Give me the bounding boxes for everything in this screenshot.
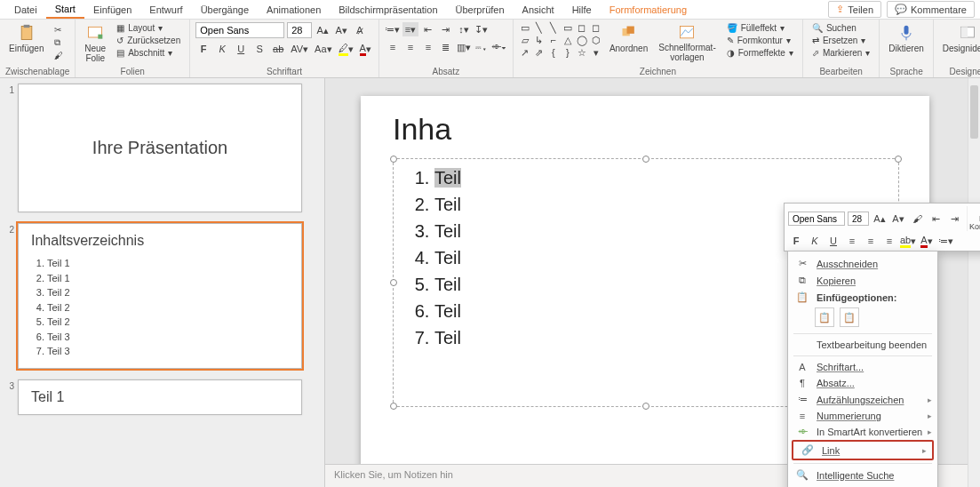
ctx-numbering[interactable]: ≡Nummerierung▸ [788,408,937,424]
dictate-button[interactable]: Diktieren [885,22,927,55]
text-direction-button[interactable]: ↧▾ [474,22,490,36]
share-button[interactable]: ⇪ Teilen [828,1,881,18]
decrease-font-button[interactable]: A▾ [333,23,349,37]
resize-handle[interactable] [390,279,397,286]
tab-start[interactable]: Start [46,1,84,19]
resize-handle[interactable] [642,403,649,410]
mini-underline[interactable]: U [825,234,841,248]
select-button[interactable]: ⬀Markieren ▾ [809,47,873,59]
justify-button[interactable]: ≣ [438,40,454,54]
tab-formformatierung[interactable]: Formformatierung [601,2,696,18]
tab-praesentation[interactable]: Bildschirmpräsentation [330,2,446,18]
resize-handle[interactable] [642,156,649,163]
resize-handle[interactable] [390,403,397,410]
resize-handle[interactable] [390,156,397,163]
font-name-select[interactable] [195,22,284,38]
paste-option-keep-source[interactable]: 📋 [815,307,834,327]
bold-button[interactable]: F [195,42,211,56]
mini-font-size[interactable] [848,212,869,226]
scrollbar-handle[interactable] [970,85,978,139]
section-button[interactable]: ▤Abschnitt ▾ [113,47,184,59]
slide-title-text[interactable]: Inha [393,112,451,147]
underline-button[interactable]: U [233,42,249,56]
ctx-copy[interactable]: ⧉Kopieren [788,272,937,289]
tab-datei[interactable]: Datei [5,2,46,18]
mini-font-name[interactable] [788,212,845,226]
spacing-button[interactable]: AV▾ [289,42,310,56]
comments-button[interactable]: 💬 Kommentare [887,1,975,18]
quick-styles-button[interactable]: Schnellformat- vorlagen [655,22,719,64]
design-ideas-button[interactable]: Designideen [939,22,980,55]
resize-handle[interactable] [895,156,902,163]
ctx-link[interactable]: 🔗Link▸ [793,442,932,459]
mini-align-right[interactable]: ≡ [881,234,897,248]
mini-align-left[interactable]: ≡ [844,234,860,248]
layout-button[interactable]: ▦Layout ▾ [113,22,184,34]
shadow-button[interactable]: S [251,42,267,56]
ctx-smartart[interactable]: ⬲In SmartArt konvertieren▸ [788,424,937,440]
numbering-button[interactable]: ≡▾ [402,22,418,36]
shape-outline-button[interactable]: ✎Formkontur ▾ [723,35,797,46]
paste-option-text-only[interactable]: 📋 [840,307,859,327]
ctx-synonyms[interactable]: Synonyme▸ [788,483,937,487]
font-color-button[interactable]: A▾ [358,42,373,56]
mini-align-center[interactable]: ≡ [863,234,879,248]
highlight-button[interactable]: 🖊▾ [337,42,355,56]
new-slide-button[interactable]: Neue Folie [81,22,109,65]
tab-ansicht[interactable]: Ansicht [514,2,563,18]
mini-bullets[interactable]: ≔▾ [937,234,953,248]
mini-font-color[interactable]: A▾ [919,234,935,248]
vertical-scrollbar[interactable] [968,78,980,487]
align-right-button[interactable]: ≡ [420,40,436,54]
smartart-button[interactable]: ⬲▾ [491,40,507,54]
italic-button[interactable]: K [214,42,230,56]
ctx-cut[interactable]: ✂Ausschneiden [788,255,937,272]
tab-animationen[interactable]: Animationen [258,2,330,18]
mini-highlight[interactable]: ab▾ [900,234,916,248]
mini-increase-font[interactable]: A▴ [872,212,888,226]
arrange-button[interactable]: Anordnen [606,22,651,55]
decrease-indent-button[interactable]: ⇤ [420,22,436,36]
format-painter-button[interactable]: 🖌 [51,50,67,61]
mini-decrease-font[interactable]: A▾ [890,212,906,226]
mini-indent-in[interactable]: ⇥ [946,212,962,226]
font-size-select[interactable] [287,22,312,38]
replace-button[interactable]: ⇄Ersetzen ▾ [809,35,873,46]
clear-formatting-button[interactable]: A̷ [352,23,368,37]
mini-indent-out[interactable]: ⇤ [928,212,944,226]
mini-italic[interactable]: K [807,234,823,248]
ctx-end-text-edit[interactable]: Textbearbeitung beenden [788,337,937,353]
case-button[interactable]: Aa▾ [313,42,333,56]
shapes-gallery[interactable]: ▭╲╲▭◻◻ ▱↳⌐△◯⬡ ↗⇗{}☆▾ [519,22,602,58]
shape-effects-button[interactable]: ◑Formeffekte ▾ [723,47,797,59]
increase-indent-button[interactable]: ⇥ [438,22,454,36]
slide-thumbnail-1[interactable]: Ihre Präsentation [18,84,302,212]
ctx-bullets[interactable]: ≔Aufzählungszeichen▸ [788,391,937,408]
ctx-font[interactable]: ASchriftart... [788,359,937,375]
shape-fill-button[interactable]: 🪣Fülleffekt ▾ [723,22,797,34]
mini-bold[interactable]: F [788,234,804,248]
paste-button[interactable]: Einfügen [5,22,47,55]
tab-uebergaenge[interactable]: Übergänge [192,2,258,18]
cut-button[interactable]: ✂ [51,24,67,36]
bullets-button[interactable]: ≔▾ [385,22,401,36]
align-left-button[interactable]: ≡ [385,40,401,54]
tab-einfuegen[interactable]: Einfügen [84,2,140,18]
copy-button[interactable]: ⧉ [51,36,67,49]
reset-button[interactable]: ↺Zurücksetzen [113,35,184,46]
mini-format-painter[interactable]: 🖌 [909,212,925,226]
tab-ueberpruefen[interactable]: Überprüfen [447,2,514,18]
slide-thumbnail-3[interactable]: Teil 1 [18,379,302,415]
align-center-button[interactable]: ≡ [402,40,418,54]
tab-entwurf[interactable]: Entwurf [140,2,191,18]
list-item[interactable]: Teil [434,164,898,191]
align-text-button[interactable]: ⎓▾ [474,40,490,54]
tab-hilfe[interactable]: Hilfe [563,2,601,18]
ctx-paragraph[interactable]: ¶Absatz... [788,375,937,391]
slide-thumbnail-2[interactable]: Inhaltsverzeichnis Teil 1 Teil 1 Teil 2 … [18,223,302,369]
ctx-smart-lookup[interactable]: 🔍Intelligente Suche [788,467,937,483]
increase-font-button[interactable]: A▴ [315,23,331,37]
columns-button[interactable]: ▥▾ [456,40,472,54]
find-button[interactable]: 🔍Suchen [809,22,873,34]
strike-button[interactable]: ab [270,42,286,56]
